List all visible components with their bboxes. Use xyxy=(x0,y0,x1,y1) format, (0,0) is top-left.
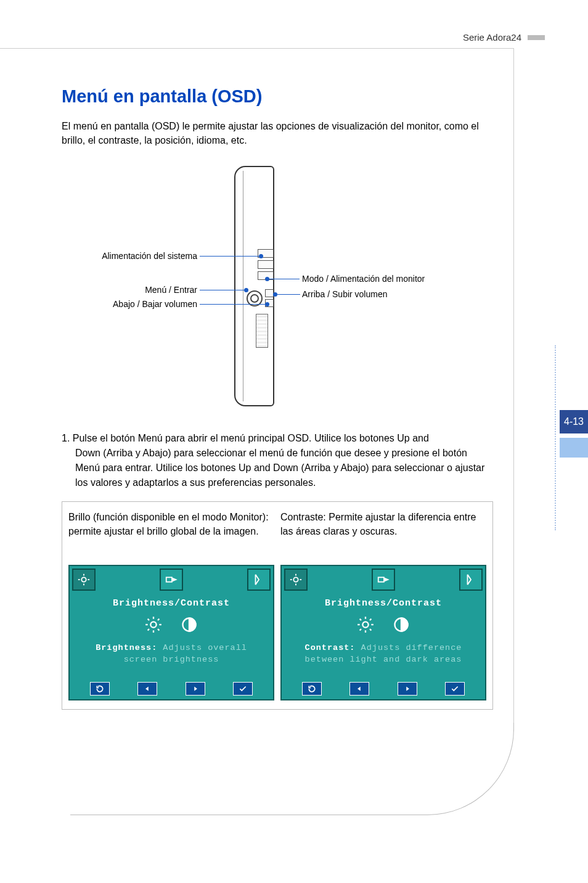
port-slot xyxy=(256,314,268,348)
nav-left-icon xyxy=(349,682,369,696)
tab-settings-icon xyxy=(459,569,483,591)
osd-contrast-desc: Contraste: Permite ajustar la diferencia… xyxy=(280,511,486,557)
nav-ok-icon xyxy=(445,682,465,696)
callout-up-volume: Arriba / Subir volumen xyxy=(302,289,388,299)
osd-hl: Brightness: xyxy=(96,643,157,652)
tab-settings-icon xyxy=(247,569,271,591)
page-header: Serie Adora24 xyxy=(463,32,545,43)
svg-point-22 xyxy=(362,622,368,628)
svg-line-29 xyxy=(360,629,361,630)
osd-examples-row: Brillo (función disponible en el modo Mo… xyxy=(62,501,493,710)
nav-right-icon xyxy=(398,682,417,696)
osd-rest1: Adjusts overall xyxy=(157,643,247,652)
tab-brightness-icon xyxy=(72,569,96,591)
page-tab-light xyxy=(560,438,588,458)
nav-right-icon xyxy=(186,682,205,696)
osd-title: Brightness/Contrast xyxy=(282,598,485,609)
callout-menu-enter: Menú / Entrar xyxy=(136,285,197,295)
osd-tab-row xyxy=(282,566,485,591)
sun-icon xyxy=(145,616,162,636)
sun-icon xyxy=(357,616,374,636)
page-number: 4-13 xyxy=(564,416,584,427)
intro-paragraph: El menú en pantalla (OSD) le permite aju… xyxy=(62,119,493,147)
tab-input-icon xyxy=(160,569,183,591)
osd-rest1: Adjusts difference xyxy=(355,643,462,652)
svg-line-11 xyxy=(148,619,149,620)
osd-line2: between light and dark areas xyxy=(305,655,462,664)
osd-nav-row xyxy=(70,682,273,696)
nav-back-icon xyxy=(302,682,322,696)
tab-brightness-icon xyxy=(284,569,308,591)
page-title: Menú en pantalla (OSD) xyxy=(62,86,493,107)
monitor-diagram: Alimentación del sistema Menú / Entrar A… xyxy=(62,166,493,419)
svg-line-30 xyxy=(370,619,371,620)
top-rule xyxy=(0,48,514,49)
svg-line-13 xyxy=(148,629,149,630)
step-1: 1. Pulse el botón Menú para abrir el men… xyxy=(62,431,493,490)
series-label: Serie Adora24 xyxy=(463,32,521,43)
contrast-icon xyxy=(181,616,198,636)
osd-brightness-column: Brillo (función disponible en el modo Mo… xyxy=(68,511,274,700)
nav-left-icon xyxy=(137,682,157,696)
osd-title: Brightness/Contrast xyxy=(70,598,273,609)
nav-back-icon xyxy=(90,682,110,696)
step-number: 1. xyxy=(62,433,70,443)
osd-description-text: Brightness: Adjusts overall screen brigh… xyxy=(70,643,273,665)
svg-line-27 xyxy=(360,619,361,620)
osd-description-text: Contrast: Adjusts difference between lig… xyxy=(282,643,485,665)
page-number-tab: 4-13 xyxy=(560,410,588,433)
step-text-rest: Down (Arriba y Abajo) para seleccionar e… xyxy=(62,446,493,490)
nav-ok-icon xyxy=(233,682,253,696)
svg-line-14 xyxy=(158,619,159,620)
svg-point-0 xyxy=(81,578,86,582)
main-content: Menú en pantalla (OSD) El menú en pantal… xyxy=(62,86,493,710)
osd-line2: screen brightness xyxy=(124,655,219,664)
monitor-outline xyxy=(234,166,274,406)
svg-rect-21 xyxy=(378,578,384,582)
osd-brightness-desc: Brillo (función disponible en el modo Mo… xyxy=(68,511,274,557)
osd-screen-contrast: Brightness/Contrast Contrast: Adjusts di… xyxy=(280,565,486,700)
svg-line-12 xyxy=(158,629,159,630)
callout-mode-monitor-power: Modo / Alimentación del monitor xyxy=(302,274,425,284)
dotted-guide xyxy=(555,345,556,530)
callout-down-volume: Abajo / Bajar volumen xyxy=(96,299,197,309)
step-text-first: Pulse el botón Menú para abrir el menú p… xyxy=(73,433,429,443)
svg-point-6 xyxy=(150,622,156,628)
page-curve-decoration xyxy=(70,723,514,815)
osd-hl: Contrast: xyxy=(305,643,356,652)
osd-tab-row xyxy=(70,566,273,591)
contrast-icon xyxy=(393,616,410,636)
osd-screen-brightness: Brightness/Contrast Brightness: Adjusts … xyxy=(68,565,274,700)
svg-line-28 xyxy=(370,629,371,630)
osd-option-icons xyxy=(70,616,273,636)
osd-contrast-column: Contraste: Permite ajustar la diferencia… xyxy=(280,511,486,700)
osd-option-icons xyxy=(282,616,485,636)
right-rule xyxy=(513,48,514,731)
callout-system-power: Alimentación del sistema xyxy=(86,251,197,261)
svg-point-16 xyxy=(293,578,298,582)
svg-rect-5 xyxy=(166,578,172,582)
tab-input-icon xyxy=(372,569,395,591)
header-decoration xyxy=(528,35,545,40)
osd-nav-row xyxy=(282,682,485,696)
